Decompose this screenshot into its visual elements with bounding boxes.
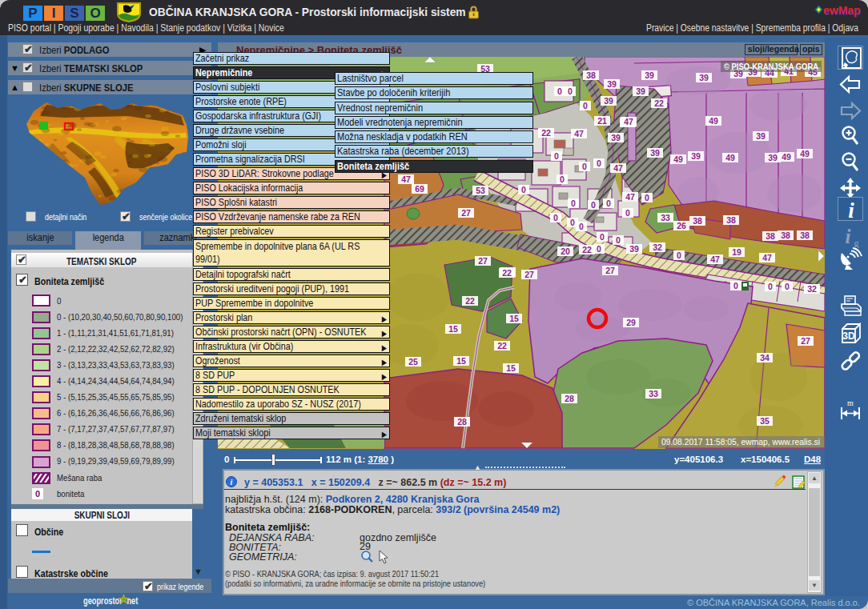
svg-text:35: 35	[760, 416, 770, 426]
svg-text:0: 0	[616, 235, 621, 245]
svg-text:49: 49	[709, 116, 718, 126]
svg-text:38: 38	[726, 215, 736, 225]
svg-text:0: 0	[557, 86, 562, 96]
svg-text:0: 0	[606, 198, 611, 208]
svg-text:47: 47	[574, 129, 584, 138]
svg-text:39: 39	[604, 96, 613, 106]
svg-text:© PISO-KRANJSKA GORA: © PISO-KRANJSKA GORA	[724, 62, 818, 71]
svg-text:i: i	[846, 226, 851, 247]
svg-text:25: 25	[408, 357, 418, 367]
svg-text:0: 0	[579, 222, 584, 231]
svg-text:27: 27	[605, 266, 615, 275]
svg-text:39: 39	[768, 153, 778, 162]
svg-text:47: 47	[625, 192, 635, 202]
svg-text:28: 28	[565, 394, 574, 403]
svg-text:0: 0	[553, 213, 558, 222]
svg-text:0: 0	[582, 162, 587, 171]
svg-text:39: 39	[650, 148, 660, 158]
svg-text:47: 47	[624, 117, 633, 126]
svg-text:27: 27	[524, 270, 534, 279]
svg-text:0: 0	[645, 193, 649, 202]
svg-text:0: 0	[768, 282, 773, 291]
svg-text:0: 0	[733, 281, 738, 290]
svg-text:15: 15	[456, 356, 466, 366]
svg-text:09.08.2017 11:58:05, ewmap, ww: 09.08.2017 11:58:05, ewmap, www.realis.s…	[661, 437, 820, 447]
svg-text:19: 19	[732, 247, 741, 257]
svg-text:15: 15	[448, 324, 458, 334]
svg-text:0: 0	[554, 151, 559, 161]
svg-text:21: 21	[597, 116, 607, 126]
svg-text:49: 49	[725, 153, 735, 162]
svg-text:26: 26	[677, 221, 686, 230]
svg-text:m: m	[847, 399, 854, 407]
svg-text:32: 32	[653, 242, 662, 252]
svg-text:38: 38	[766, 231, 775, 241]
svg-text:22: 22	[502, 268, 512, 278]
svg-text:0: 0	[583, 101, 588, 110]
svg-text:49: 49	[800, 149, 810, 158]
svg-text:27: 27	[461, 208, 471, 218]
svg-text:49: 49	[782, 152, 791, 162]
svg-text:0: 0	[521, 185, 526, 194]
svg-text:39: 39	[611, 133, 621, 142]
svg-text:0: 0	[570, 218, 575, 227]
svg-text:i: i	[848, 198, 854, 222]
svg-text:47: 47	[613, 163, 623, 173]
svg-text:47: 47	[710, 254, 720, 264]
svg-text:38: 38	[781, 230, 790, 240]
svg-text:32: 32	[807, 284, 817, 294]
svg-text:0: 0	[560, 174, 565, 184]
svg-text:39: 39	[699, 73, 709, 82]
svg-text:39: 39	[645, 70, 654, 80]
svg-text:27: 27	[801, 336, 810, 346]
svg-text:22: 22	[582, 245, 592, 254]
svg-text:0: 0	[568, 86, 573, 96]
svg-text:i: i	[231, 478, 233, 487]
svg-text:0: 0	[677, 250, 681, 260]
svg-text:0: 0	[591, 200, 596, 210]
svg-text:27: 27	[478, 256, 488, 266]
svg-text:39: 39	[607, 79, 617, 89]
svg-text:69: 69	[415, 184, 424, 194]
svg-text:20: 20	[561, 246, 570, 256]
svg-text:39: 39	[691, 151, 701, 161]
svg-text:0: 0	[785, 282, 790, 291]
svg-text:47: 47	[401, 174, 411, 184]
svg-text:0: 0	[597, 244, 601, 254]
svg-text:38: 38	[586, 70, 596, 80]
svg-text:39: 39	[636, 86, 645, 96]
svg-text:53: 53	[476, 186, 485, 195]
svg-text:22: 22	[465, 296, 475, 306]
svg-text:22: 22	[541, 128, 551, 138]
svg-text:39: 39	[756, 131, 766, 141]
svg-text:38: 38	[800, 230, 810, 240]
svg-text:33: 33	[661, 213, 670, 222]
svg-text:47: 47	[762, 253, 772, 262]
svg-text:49: 49	[673, 154, 683, 164]
svg-text:0: 0	[625, 208, 630, 218]
svg-text:15: 15	[506, 363, 516, 373]
svg-text:22: 22	[654, 98, 664, 108]
svg-text:22: 22	[497, 341, 507, 351]
svg-text:0: 0	[571, 198, 576, 208]
svg-text:39: 39	[629, 244, 639, 254]
svg-text:28: 28	[457, 417, 467, 427]
svg-text:38: 38	[693, 216, 702, 226]
svg-text:33: 33	[649, 389, 658, 399]
svg-text:34: 34	[760, 353, 770, 363]
svg-text:3D: 3D	[842, 331, 855, 342]
svg-text:15: 15	[509, 314, 519, 323]
svg-text:29: 29	[626, 318, 636, 327]
svg-text:0: 0	[600, 232, 605, 242]
svg-text:0: 0	[597, 158, 601, 168]
